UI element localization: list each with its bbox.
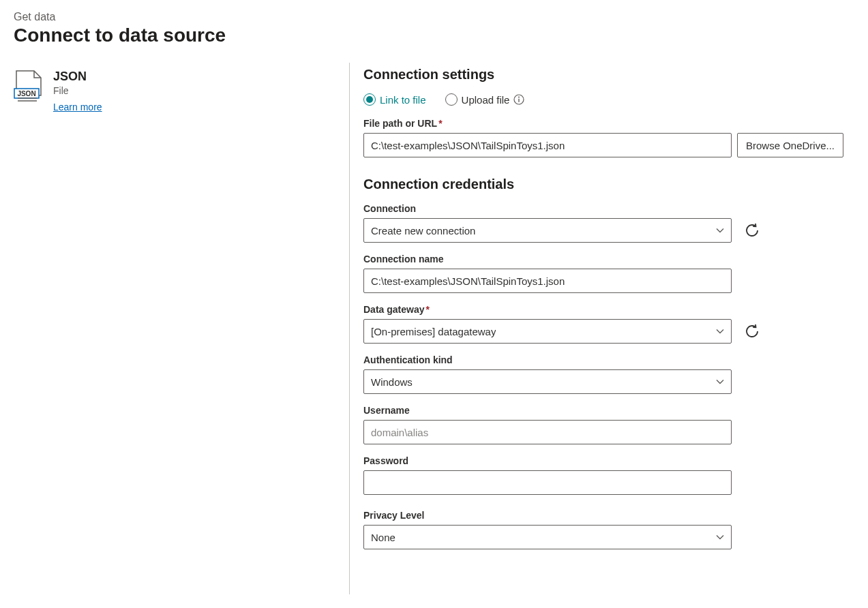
- connection-select[interactable]: Create new connection: [363, 218, 732, 243]
- radio-link-label: Link to file: [380, 94, 426, 106]
- svg-text:JSON: JSON: [17, 90, 35, 97]
- learn-more-link[interactable]: Learn more: [53, 102, 102, 112]
- connection-name-label: Connection name: [363, 254, 854, 264]
- username-label: Username: [363, 405, 854, 416]
- radio-indicator-icon: [445, 93, 458, 106]
- authentication-kind-label: Authentication kind: [363, 354, 854, 365]
- chevron-down-icon: [716, 533, 724, 541]
- data-gateway-value: [On-premises] datagateway: [371, 326, 496, 337]
- data-gateway-select[interactable]: [On-premises] datagateway: [363, 319, 732, 344]
- required-asterisk: *: [438, 118, 442, 129]
- authentication-kind-value: Windows: [371, 376, 413, 388]
- connection-label: Connection: [363, 203, 854, 214]
- chevron-down-icon: [716, 378, 724, 386]
- browse-onedrive-button[interactable]: Browse OneDrive...: [737, 133, 843, 157]
- file-path-label: File path or URL*: [363, 118, 854, 129]
- breadcrumb: Get data: [14, 11, 854, 23]
- source-type: File: [53, 85, 102, 96]
- refresh-icon[interactable]: [744, 222, 760, 239]
- svg-rect-4: [519, 99, 520, 102]
- chevron-down-icon: [716, 327, 724, 335]
- refresh-icon[interactable]: [744, 323, 760, 339]
- username-input[interactable]: [363, 420, 732, 444]
- privacy-level-label: Privacy Level: [363, 510, 854, 521]
- column-divider: [349, 63, 350, 594]
- radio-upload-file[interactable]: Upload file: [445, 93, 525, 106]
- source-title: JSON: [53, 70, 102, 84]
- connection-settings-heading: Connection settings: [363, 67, 854, 82]
- privacy-level-value: None: [371, 532, 395, 543]
- chevron-down-icon: [716, 226, 724, 234]
- password-label: Password: [363, 455, 854, 466]
- page-title: Connect to data source: [14, 25, 854, 46]
- privacy-level-select[interactable]: None: [363, 525, 732, 549]
- password-input[interactable]: [363, 470, 732, 495]
- radio-indicator-icon: [363, 93, 376, 106]
- radio-upload-label: Upload file: [462, 94, 510, 106]
- json-file-icon: JSON: [14, 70, 44, 102]
- required-asterisk: *: [425, 304, 429, 315]
- authentication-kind-select[interactable]: Windows: [363, 369, 732, 394]
- file-path-input[interactable]: [363, 133, 732, 157]
- connection-credentials-heading: Connection credentials: [363, 177, 854, 192]
- connection-select-value: Create new connection: [371, 225, 475, 237]
- radio-link-to-file[interactable]: Link to file: [363, 93, 426, 106]
- svg-point-3: [518, 97, 520, 98]
- info-icon[interactable]: [513, 94, 524, 105]
- data-gateway-label: Data gateway*: [363, 304, 854, 315]
- connection-name-input[interactable]: [363, 269, 732, 293]
